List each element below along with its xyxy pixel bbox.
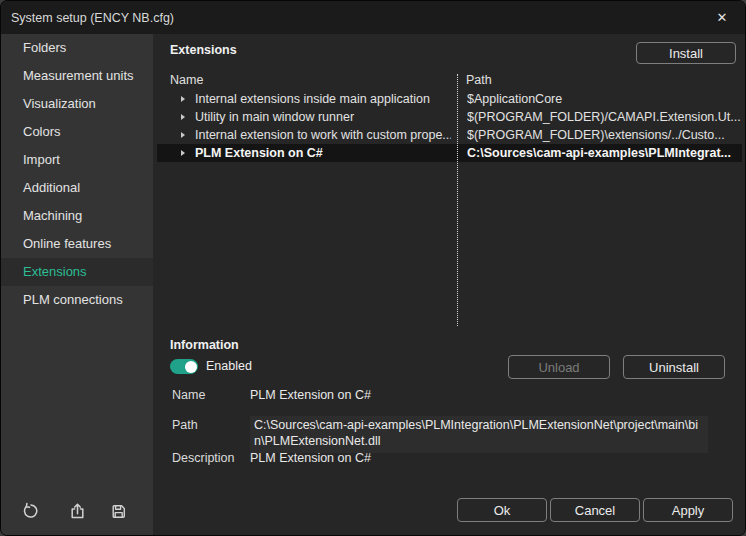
extension-path: C:\Sources\cam-api-examples\PLMIntegrat.… [467, 146, 742, 160]
install-button[interactable]: Install [636, 42, 736, 64]
sidebar-item-measurement-units[interactable]: Measurement units [1, 62, 153, 90]
extension-name: PLM Extension on C# [195, 146, 451, 160]
save-icon[interactable] [109, 502, 129, 522]
sidebar-nav: FoldersMeasurement unitsVisualizationCol… [1, 34, 153, 314]
reset-icon[interactable] [21, 502, 41, 522]
field-label: Name [172, 388, 250, 402]
information-section-title: Information [170, 338, 239, 352]
sidebar-item-visualization[interactable]: Visualization [1, 90, 153, 118]
unload-button[interactable]: Unload [508, 355, 610, 379]
sidebar-item-import[interactable]: Import [1, 146, 153, 174]
field-label: Path [172, 418, 250, 453]
sidebar-item-online-features[interactable]: Online features [1, 230, 153, 258]
expander-icon[interactable] [181, 132, 185, 138]
sidebar-item-folders[interactable]: Folders [1, 34, 153, 62]
extension-row[interactable]: Utility in main window runner$(PROGRAM_F… [157, 108, 742, 126]
window-title: System setup (ENCY NB.cfg) [11, 11, 711, 25]
sidebar-item-plm-connections[interactable]: PLM connections [1, 286, 153, 314]
title-bar: System setup (ENCY NB.cfg) ✕ [1, 1, 745, 34]
field-label: Description [172, 451, 250, 465]
field-value: PLM Extension on C# [250, 451, 371, 465]
column-header-name: Name [170, 73, 203, 87]
extension-path: $(PROGRAM_FOLDER)/CAMAPI.Extension.Ut... [467, 110, 742, 124]
extension-path: $(PROGRAM_FOLDER)\extensions/../Custo... [467, 128, 742, 142]
extension-row[interactable]: Internal extensions inside main applicat… [157, 90, 742, 108]
sidebar-item-colors[interactable]: Colors [1, 118, 153, 146]
sidebar-footer-icons [1, 502, 153, 522]
extensions-panel: Extensions Install Name Path Internal ex… [153, 34, 745, 535]
ok-button[interactable]: Ok [457, 498, 547, 522]
extension-path: $ApplicationCore [467, 92, 742, 106]
column-header-path: Path [466, 73, 492, 87]
field-value: C:\Sources\cam-api-examples\PLMIntegrati… [250, 416, 708, 453]
extension-row[interactable]: PLM Extension on C#C:\Sources\cam-api-ex… [157, 144, 742, 162]
column-divider [457, 74, 458, 326]
expander-icon[interactable] [181, 96, 185, 102]
info-field-name: NamePLM Extension on C# [172, 388, 371, 402]
field-value: PLM Extension on C# [250, 388, 371, 402]
extensions-list: Internal extensions inside main applicat… [157, 90, 742, 162]
export-icon[interactable] [68, 502, 88, 522]
extensions-section-title: Extensions [170, 43, 237, 57]
uninstall-button[interactable]: Uninstall [623, 355, 725, 379]
enabled-toggle-label: Enabled [206, 359, 252, 373]
expander-icon[interactable] [181, 150, 185, 156]
extension-name: Internal extension to work with custom p… [195, 128, 451, 142]
close-icon[interactable]: ✕ [711, 7, 733, 29]
cancel-button[interactable]: Cancel [550, 498, 640, 522]
sidebar: FoldersMeasurement unitsVisualizationCol… [1, 34, 153, 535]
enabled-toggle[interactable] [170, 359, 198, 374]
sidebar-item-machining[interactable]: Machining [1, 202, 153, 230]
toggle-knob [185, 361, 197, 373]
extension-row[interactable]: Internal extension to work with custom p… [157, 126, 742, 144]
sidebar-item-additional[interactable]: Additional [1, 174, 153, 202]
info-field-path: PathC:\Sources\cam-api-examples\PLMInteg… [172, 418, 708, 453]
expander-icon[interactable] [181, 114, 185, 120]
system-setup-dialog: System setup (ENCY NB.cfg) ✕ FoldersMeas… [0, 0, 746, 536]
apply-button[interactable]: Apply [643, 498, 733, 522]
sidebar-item-extensions[interactable]: Extensions [1, 258, 153, 286]
extension-name: Internal extensions inside main applicat… [195, 92, 451, 106]
info-field-description: DescriptionPLM Extension on C# [172, 451, 371, 465]
extension-name: Utility in main window runner [195, 110, 451, 124]
